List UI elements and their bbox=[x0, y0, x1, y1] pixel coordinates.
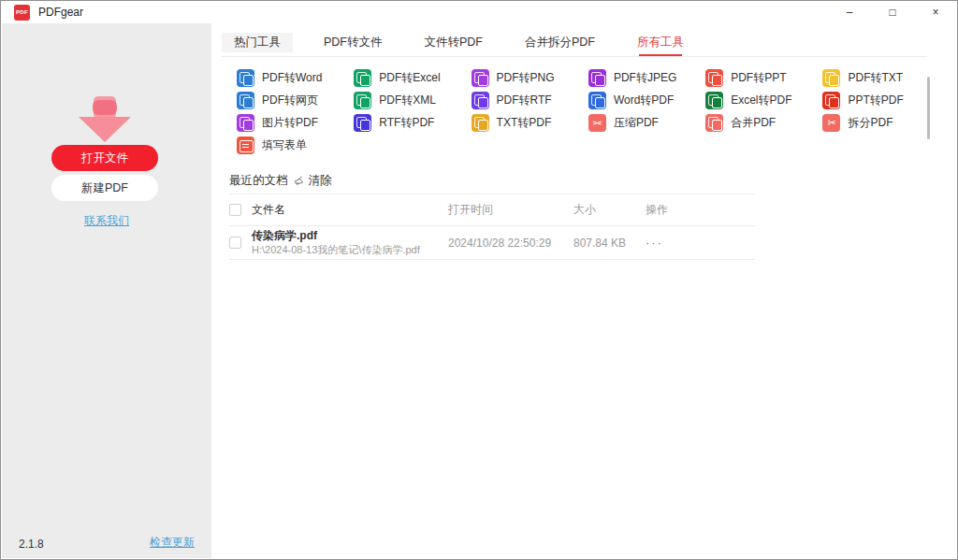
contact-wrap: 联系我们 bbox=[2, 213, 211, 229]
tool-label: RTF转PDF bbox=[379, 115, 434, 131]
window-controls: – □ × bbox=[828, 1, 957, 23]
tool-label: 图片转PDF bbox=[262, 115, 318, 131]
tool-label: PDF转TXT bbox=[848, 70, 903, 86]
tool-txt-to-pdf[interactable]: TXT转PDF bbox=[472, 114, 588, 132]
close-button[interactable]: × bbox=[914, 1, 957, 23]
app-window: PDF PDFgear – □ × 打开文件 新建PDF 联系我们 2.1.8 … bbox=[0, 0, 958, 560]
contact-us-link[interactable]: 联系我们 bbox=[84, 214, 129, 227]
file-size: 807.84 KB bbox=[573, 237, 646, 250]
tool-label: Excel转PDF bbox=[731, 93, 791, 108]
tab-bar: 热门工具 PDF转文件 文件转PDF 合并拆分PDF 所有工具 bbox=[222, 29, 927, 57]
tool-label: PDF转网页 bbox=[262, 93, 318, 108]
tool-label: PDF转PNG bbox=[497, 70, 555, 86]
tool-pdf-to-png[interactable]: PDF转PNG bbox=[472, 69, 588, 87]
pdf-to-excel-icon bbox=[354, 69, 371, 87]
pdf-to-word-icon bbox=[237, 69, 254, 87]
tool-pdf-to-word[interactable]: PDF转Word bbox=[237, 69, 354, 87]
tool-fill-form[interactable]: 填写表单 bbox=[237, 136, 354, 154]
pdf-to-rtf-icon bbox=[472, 92, 489, 109]
check-update-link[interactable]: 检查更新 bbox=[150, 536, 195, 549]
pdf-to-txt-icon bbox=[822, 69, 840, 87]
image-to-pdf-icon bbox=[237, 114, 254, 132]
app-title: PDFgear bbox=[38, 6, 83, 19]
tool-split-pdf[interactable]: 拆分PDF bbox=[822, 114, 939, 132]
recent-docs-header: 最近的文档 清除 bbox=[229, 173, 332, 189]
clear-label: 清除 bbox=[309, 173, 332, 189]
tool-label: TXT转PDF bbox=[497, 115, 552, 131]
row-checkbox-cell bbox=[229, 237, 252, 249]
title-bar: PDF PDFgear – □ × bbox=[1, 1, 957, 23]
tool-pdf-to-rtf[interactable]: PDF转RTF bbox=[472, 92, 588, 109]
tool-pdf-to-jpeg[interactable]: PDF转JPEG bbox=[588, 69, 705, 87]
minimize-button[interactable]: – bbox=[828, 1, 871, 23]
tool-ppt-to-pdf[interactable]: PPT转PDF bbox=[822, 92, 939, 109]
maximize-button[interactable]: □ bbox=[871, 1, 914, 23]
pdf-to-jpeg-icon bbox=[588, 69, 606, 87]
recent-docs-title: 最近的文档 bbox=[229, 173, 288, 189]
tool-pdf-to-excel[interactable]: PDF转Excel bbox=[354, 69, 471, 87]
tab-pdf-to-file[interactable]: PDF转文件 bbox=[324, 29, 383, 56]
tool-compress-pdf[interactable]: 压缩PDF bbox=[588, 114, 705, 132]
tool-label: PDF转PPT bbox=[731, 70, 786, 86]
tool-label: PDF转Word bbox=[262, 70, 322, 86]
recent-docs-table: 文件名 打开时间 大小 操作 传染病学.pdf H:\2024-08-13我的笔… bbox=[229, 194, 755, 260]
split-pdf-icon bbox=[822, 114, 840, 132]
clear-recent-button[interactable]: 清除 bbox=[293, 173, 332, 189]
sidebar: 打开文件 新建PDF 联系我们 2.1.8 检查更新 bbox=[2, 23, 211, 558]
tool-pdf-to-ppt[interactable]: PDF转PPT bbox=[705, 69, 822, 87]
pdf-to-html-icon bbox=[237, 92, 254, 109]
tool-label: PDF转JPEG bbox=[614, 70, 676, 86]
select-all-checkbox[interactable] bbox=[229, 204, 241, 216]
fill-form-icon bbox=[237, 136, 254, 154]
open-time: 2024/10/28 22:50:29 bbox=[448, 237, 573, 250]
col-filename: 文件名 bbox=[252, 202, 448, 218]
version-label: 2.1.8 bbox=[19, 538, 44, 551]
clear-icon bbox=[293, 175, 305, 187]
tool-label: PDF转Excel bbox=[379, 70, 440, 86]
tool-pdf-to-html[interactable]: PDF转网页 bbox=[237, 92, 354, 109]
tool-label: 合并PDF bbox=[731, 115, 776, 131]
file-path: H:\2024-08-13我的笔记\传染病学.pdf bbox=[252, 244, 448, 255]
file-cell: 传染病学.pdf H:\2024-08-13我的笔记\传染病学.pdf bbox=[252, 230, 448, 255]
tab-merge-split[interactable]: 合并拆分PDF bbox=[525, 29, 595, 56]
app-logo-icon: PDF bbox=[14, 5, 30, 21]
tab-all-tools[interactable]: 所有工具 bbox=[637, 29, 684, 56]
tool-label: 压缩PDF bbox=[614, 115, 659, 131]
table-row[interactable]: 传染病学.pdf H:\2024-08-13我的笔记\传染病学.pdf 2024… bbox=[229, 226, 755, 260]
pdf-to-xml-icon bbox=[354, 92, 371, 109]
tool-image-to-pdf[interactable]: 图片转PDF bbox=[237, 114, 354, 132]
merge-pdf-icon bbox=[705, 114, 723, 132]
tools-grid: PDF转Word PDF转Excel PDF转PNG PDF转JPEG PDF转… bbox=[237, 69, 940, 154]
tool-rtf-to-pdf[interactable]: RTF转PDF bbox=[354, 114, 471, 132]
word-to-pdf-icon bbox=[588, 92, 606, 109]
rtf-to-pdf-icon bbox=[354, 114, 371, 132]
tab-hot-tools[interactable]: 热门工具 bbox=[222, 33, 293, 52]
tool-pdf-to-xml[interactable]: PDF转XML bbox=[354, 92, 471, 109]
ppt-to-pdf-icon bbox=[822, 92, 840, 109]
tool-label: PPT转PDF bbox=[848, 93, 903, 108]
col-action: 操作 bbox=[646, 202, 755, 218]
arrow-triangle bbox=[79, 117, 131, 142]
compress-pdf-icon bbox=[588, 114, 606, 132]
tool-label: 拆分PDF bbox=[848, 115, 893, 131]
tool-label: Word转PDF bbox=[614, 93, 674, 108]
tool-word-to-pdf[interactable]: Word转PDF bbox=[588, 92, 705, 109]
scrollbar-thumb[interactable] bbox=[927, 77, 930, 139]
open-file-button[interactable]: 打开文件 bbox=[51, 145, 158, 171]
pdf-to-png-icon bbox=[472, 69, 489, 87]
row-checkbox[interactable] bbox=[229, 237, 241, 249]
tool-label: PDF转RTF bbox=[497, 93, 552, 108]
txt-to-pdf-icon bbox=[472, 114, 489, 132]
tool-merge-pdf[interactable]: 合并PDF bbox=[705, 114, 822, 132]
pdf-to-ppt-icon bbox=[705, 69, 723, 87]
col-open-time: 打开时间 bbox=[448, 202, 573, 218]
new-pdf-button[interactable]: 新建PDF bbox=[51, 175, 158, 201]
excel-to-pdf-icon bbox=[705, 92, 723, 109]
header-checkbox-cell bbox=[229, 204, 252, 216]
tab-file-to-pdf[interactable]: 文件转PDF bbox=[425, 29, 484, 56]
file-name: 传染病学.pdf bbox=[252, 230, 448, 242]
tool-pdf-to-txt[interactable]: PDF转TXT bbox=[822, 69, 939, 87]
table-header-row: 文件名 打开时间 大小 操作 bbox=[229, 194, 755, 226]
row-actions-button[interactable]: ··· bbox=[646, 236, 755, 250]
tool-excel-to-pdf[interactable]: Excel转PDF bbox=[705, 92, 822, 109]
